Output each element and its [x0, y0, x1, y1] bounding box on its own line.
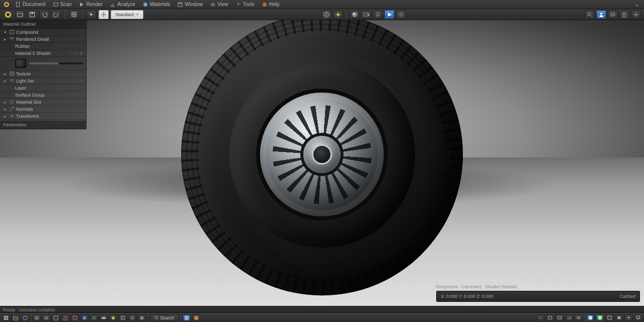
- svg-point-75: [617, 316, 620, 319]
- menu-tools[interactable]: Tools: [233, 1, 258, 8]
- taskbar-app-active[interactable]: [183, 314, 191, 321]
- outliner-row[interactable]: Layer: [0, 85, 86, 92]
- render-button[interactable]: [384, 10, 394, 19]
- material-slider[interactable]: [29, 62, 83, 64]
- browser-button[interactable]: [21, 314, 29, 321]
- taskbar-app[interactable]: [42, 314, 50, 321]
- main-area: Material Outliner ▾Compound ▸Rendered De…: [0, 20, 644, 306]
- outliner-row[interactable]: ▸Material Slot›: [0, 99, 86, 106]
- tray-icon[interactable]: [605, 314, 613, 321]
- menu-view[interactable]: View: [208, 1, 232, 8]
- sphere-icon: [142, 2, 148, 8]
- taskbar-app[interactable]: [90, 314, 98, 321]
- settings-button[interactable]: [396, 10, 406, 19]
- outliner-row[interactable]: Material 5 Shader⋯ □ ≡: [0, 50, 86, 57]
- taskbar-app[interactable]: [138, 314, 146, 321]
- tray-network-icon[interactable]: [565, 314, 573, 321]
- taskbar-app[interactable]: [109, 314, 117, 321]
- search-tool-button[interactable]: [585, 10, 595, 19]
- outliner-row[interactable]: ▸Normals›: [0, 106, 86, 113]
- minimize-button[interactable]: [633, 1, 641, 8]
- taskbar-app[interactable]: [71, 314, 79, 321]
- redo-button[interactable]: [51, 10, 61, 19]
- row-label: Rendered Detail: [16, 37, 83, 42]
- save-button[interactable]: [27, 10, 37, 19]
- caret-icon: ▾: [3, 30, 7, 35]
- menu-materials[interactable]: Materials: [140, 1, 175, 8]
- tray-icon[interactable]: [624, 314, 632, 321]
- svg-rect-3: [54, 3, 58, 6]
- menu-document[interactable]: Document: [13, 1, 50, 8]
- slot-icon: [9, 100, 14, 105]
- outliner-panel: Material Outliner ▾Compound ▸Rendered De…: [0, 20, 87, 129]
- camera-button[interactable]: [361, 10, 371, 19]
- outliner-row[interactable]: ▾Compound: [0, 29, 86, 36]
- notification-icon[interactable]: [634, 314, 642, 321]
- viewport[interactable]: Material Outliner ▾Compound ▸Rendered De…: [0, 20, 644, 306]
- move-button[interactable]: [99, 10, 109, 19]
- row-actions[interactable]: ⋯ □ ≡: [68, 51, 83, 56]
- coords-readout: X: 0.000 Y: 0.000 Z: 0.000: [441, 294, 493, 299]
- taskbar-app[interactable]: [80, 314, 89, 321]
- right-toolbar-cluster: [585, 10, 641, 19]
- lock-button[interactable]: [619, 10, 629, 19]
- outliner-row[interactable]: Surface Group: [0, 92, 86, 99]
- wheel-rim: [260, 93, 384, 216]
- svg-rect-73: [598, 316, 602, 319]
- tray-icon[interactable]: [596, 314, 604, 321]
- tray-icon[interactable]: [546, 314, 554, 321]
- menu-label: Analyze: [117, 2, 135, 7]
- mode-dropdown[interactable]: Standard: [111, 10, 143, 19]
- taskbar-app[interactable]: [52, 314, 60, 321]
- outliner-row[interactable]: Rubber: [0, 43, 86, 50]
- undo-button[interactable]: [39, 10, 49, 19]
- sphere-shade-button[interactable]: [350, 10, 360, 19]
- taskbar-app[interactable]: [128, 314, 136, 321]
- svg-point-64: [112, 316, 115, 319]
- tray-icon[interactable]: [615, 314, 623, 321]
- menu-analyze[interactable]: Analyze: [108, 1, 139, 8]
- svg-line-36: [403, 12, 404, 13]
- tray-chevron[interactable]: [536, 314, 544, 321]
- outliner-row[interactable]: ▸Rendered Detail: [0, 36, 86, 43]
- globe-button[interactable]: [321, 10, 332, 19]
- select-button[interactable]: [87, 10, 97, 19]
- open-button[interactable]: [15, 10, 25, 19]
- taskbar-app[interactable]: [33, 314, 41, 321]
- outliner-row[interactable]: ▸Texture: [0, 70, 86, 77]
- menu-window[interactable]: Window: [175, 1, 207, 8]
- taskbar-app[interactable]: [192, 314, 200, 321]
- taskbar-app[interactable]: [100, 314, 108, 321]
- menu-label: Materials: [150, 2, 171, 7]
- svg-rect-58: [44, 316, 48, 319]
- tray-icon[interactable]: [555, 314, 564, 321]
- sun-button[interactable]: [333, 10, 343, 19]
- layers-button[interactable]: [608, 10, 618, 19]
- svg-point-5: [143, 3, 147, 7]
- svg-rect-55: [7, 318, 9, 320]
- menu-render[interactable]: Render: [76, 1, 107, 8]
- outliner-thumb-row[interactable]: [0, 57, 86, 70]
- taskbar-app[interactable]: [119, 314, 127, 321]
- app-logo-button[interactable]: [3, 10, 13, 19]
- svg-line-34: [399, 12, 400, 13]
- user-button[interactable]: [596, 10, 606, 19]
- outliner-row[interactable]: ▸Transforms: [0, 113, 86, 120]
- tire-model[interactable]: [181, 20, 463, 295]
- light-button[interactable]: [373, 10, 383, 19]
- taskbar-app[interactable]: [61, 314, 69, 321]
- status-text: Ready · Autosave complete: [3, 307, 55, 312]
- menu-label: Document: [23, 2, 46, 7]
- svg-point-26: [376, 13, 379, 16]
- taskbar-search[interactable]: Search: [149, 314, 179, 321]
- explorer-button[interactable]: [12, 314, 20, 321]
- outliner-row[interactable]: ▸Light Set›: [0, 77, 86, 85]
- menu-scan[interactable]: Scan: [51, 1, 76, 8]
- gear-button[interactable]: [631, 10, 641, 19]
- tray-icon[interactable]: [586, 314, 594, 321]
- grid-button[interactable]: [69, 10, 79, 19]
- menu-help[interactable]: Help: [260, 1, 284, 8]
- tray-volume-icon[interactable]: [575, 314, 583, 321]
- layer-icon: [9, 37, 14, 42]
- start-button[interactable]: [2, 314, 10, 321]
